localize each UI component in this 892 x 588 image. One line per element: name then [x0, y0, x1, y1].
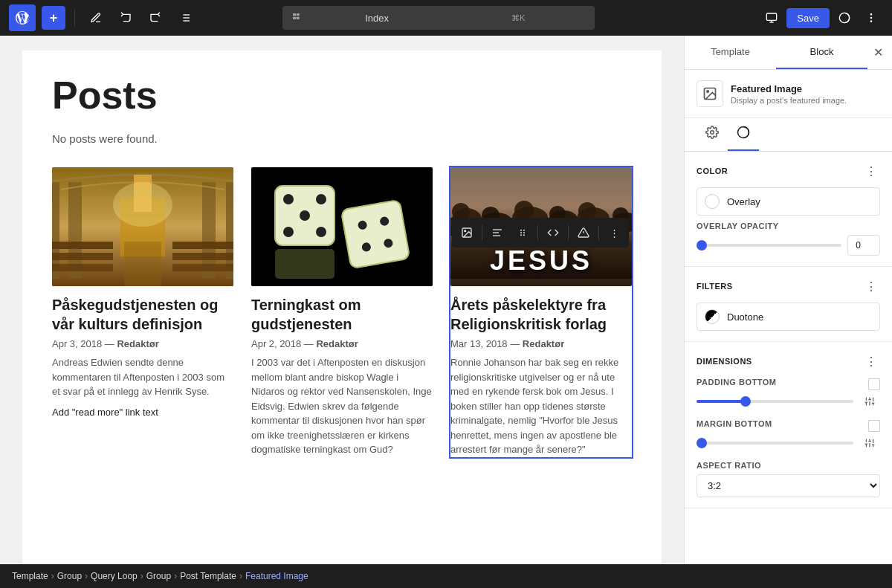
command-search-bar[interactable]: Index ⌘K: [282, 6, 595, 30]
dimensions-section-header: Dimensions ⋮: [697, 352, 880, 370]
search-shortcut: ⌘K: [450, 13, 586, 23]
svg-rect-43: [172, 264, 233, 271]
margin-bottom-slider[interactable]: [697, 442, 853, 445]
filters-section-header: Filters ⋮: [697, 277, 880, 295]
undo-button[interactable]: [114, 6, 138, 30]
post-meta-1: Apr 3, 2018 — Redaktør: [52, 338, 233, 349]
filters-section-more[interactable]: ⋮: [862, 277, 880, 295]
bc-query-loop[interactable]: Query Loop: [91, 571, 138, 581]
post-read-more-1[interactable]: Add "read more" link text: [52, 407, 233, 418]
bc-group-1[interactable]: Group: [57, 571, 82, 581]
duotone-label: Duotone: [727, 311, 763, 323]
svg-point-14: [870, 14, 871, 15]
svg-point-22: [520, 230, 522, 231]
dimensions-section-more[interactable]: ⋮: [862, 352, 880, 370]
post-image-dice: [251, 167, 433, 286]
bt-featured-image-btn[interactable]: [455, 221, 479, 245]
save-button[interactable]: Save: [786, 8, 830, 28]
no-posts-message: No posts were found.: [52, 132, 632, 145]
bt-code-btn[interactable]: [541, 221, 565, 245]
featured-image-icon: [702, 86, 717, 101]
color-section-title: Color: [697, 167, 728, 175]
options-button[interactable]: [859, 6, 883, 30]
styles-button[interactable]: [833, 6, 856, 30]
padding-bottom-settings[interactable]: [859, 391, 880, 412]
duotone-option[interactable]: Duotone: [697, 303, 880, 331]
svg-rect-58: [275, 249, 334, 279]
bt-separator-3: [568, 225, 569, 240]
inner-tab-styles[interactable]: [728, 118, 759, 151]
bt-more-btn[interactable]: ⋮: [602, 221, 626, 245]
svg-rect-37: [124, 242, 161, 286]
overlay-option[interactable]: Overlay: [697, 187, 880, 216]
block-icon-box: [697, 80, 723, 107]
bt-warning-btn[interactable]: [572, 221, 595, 245]
margin-bottom-thumb[interactable]: [697, 438, 707, 448]
post-excerpt-2: I 2003 var det i Aftenposten en diskusjo…: [251, 355, 433, 457]
block-name: Featured Image: [731, 83, 847, 94]
post-card-1[interactable]: Påskegudstjenesten og vår kulturs defini…: [52, 167, 233, 457]
main-layout: Posts No posts were found.: [0, 36, 892, 564]
bt-align-btn[interactable]: [485, 221, 509, 245]
svg-rect-10: [767, 13, 777, 20]
margin-bottom-checkbox[interactable]: [868, 420, 880, 432]
svg-point-44: [113, 182, 172, 227]
bt-separator-2: [537, 225, 538, 240]
padding-bottom-row: PADDING BOTTOM: [697, 378, 880, 412]
add-block-button[interactable]: +: [42, 6, 65, 30]
duotone-circle: [705, 309, 720, 324]
breadcrumb: Template › Group › Query Loop › Group › …: [0, 564, 892, 588]
view-button[interactable]: [760, 6, 783, 30]
overlay-color-circle: [705, 194, 720, 209]
svg-rect-7: [293, 17, 296, 19]
color-section-more[interactable]: ⋮: [862, 162, 880, 180]
overlay-opacity-thumb[interactable]: [697, 240, 707, 251]
padding-bottom-thumb[interactable]: [740, 396, 751, 407]
bc-template[interactable]: Template: [12, 571, 48, 581]
overlay-opacity-input[interactable]: 0: [847, 235, 880, 256]
wp-logo[interactable]: [9, 4, 36, 31]
padding-bottom-slider[interactable]: [697, 400, 853, 403]
overlay-opacity-slider[interactable]: [697, 244, 841, 247]
canvas-content: Posts No posts were found.: [22, 51, 662, 564]
padding-bottom-label: PADDING BOTTOM: [697, 378, 776, 387]
overlay-opacity-row: OVERLAY OPACITY 0: [697, 222, 880, 256]
svg-point-15: [870, 17, 871, 18]
post-title-2: Terningkast om gudstjenesten: [251, 295, 433, 334]
toolbar-separator-1: [74, 9, 75, 27]
bt-drag-btn[interactable]: [511, 221, 534, 245]
toolbar-right: Save: [760, 6, 883, 30]
redo-button[interactable]: [143, 6, 167, 30]
bc-group-2[interactable]: Group: [146, 571, 171, 581]
svg-rect-9: [297, 17, 300, 19]
svg-point-16: [870, 21, 871, 22]
tab-block[interactable]: Block: [776, 36, 867, 69]
page-title: Posts: [52, 73, 632, 117]
svg-rect-42: [52, 264, 113, 271]
aspect-ratio-select[interactable]: 3:2 Original Square - 1:1 4:3 16:9 9:16: [697, 474, 880, 497]
tools-button[interactable]: [84, 6, 108, 30]
sidebar-close-button[interactable]: ✕: [867, 39, 889, 65]
margin-bottom-settings[interactable]: [859, 433, 880, 453]
bc-featured-image[interactable]: Featured Image: [245, 571, 308, 581]
bc-sep-3: ›: [140, 571, 143, 581]
post-card-3[interactable]: JESUS Årets påskelektyre fra Religionskr…: [450, 167, 632, 457]
svg-point-49: [283, 194, 294, 204]
padding-bottom-checkbox[interactable]: [868, 378, 880, 390]
margin-bottom-control: MARGIN BOTTOM: [697, 419, 880, 433]
post-title-3: Årets påskelektyre fra Religionskritisk …: [450, 295, 632, 334]
bc-post-template[interactable]: Post Template: [180, 571, 236, 581]
styles-icon: [737, 126, 750, 139]
sidebar-block-header: Featured Image Display a post's featured…: [685, 70, 892, 118]
svg-rect-39: [172, 242, 233, 249]
tab-template[interactable]: Template: [685, 36, 776, 69]
padding-bottom-control: PADDING BOTTOM: [697, 378, 880, 391]
posts-grid: Påskegudstjenesten og vår kulturs defini…: [52, 167, 632, 457]
inner-tab-settings[interactable]: [697, 118, 728, 151]
filters-section-title: Filters: [697, 282, 733, 291]
post-card-2[interactable]: Terningkast om gudstjenesten Apr 2, 2018…: [251, 167, 433, 457]
block-toolbar: ⋮: [452, 218, 629, 248]
sidebar-tabs: Template Block ✕: [685, 36, 892, 70]
filters-section: Filters ⋮ Duotone: [685, 267, 892, 342]
list-view-button[interactable]: [173, 6, 197, 30]
